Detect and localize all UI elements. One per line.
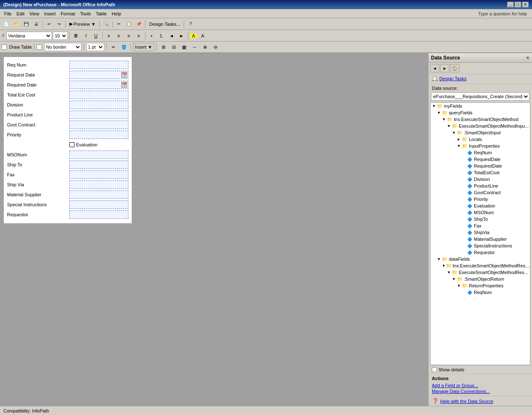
tree-item-msonum[interactable]: 🔷 MSONum: [431, 209, 530, 216]
menu-edit[interactable]: Edit: [14, 10, 27, 17]
tree-item-smartobj-input[interactable]: ▼ 📁 :SmartObjectInput: [431, 129, 530, 136]
required-date-icon[interactable]: 📅: [121, 82, 127, 88]
request-date-input[interactable]: 📅: [69, 71, 128, 79]
tree-item-evaluation[interactable]: 🔷 Evaluation: [431, 203, 530, 209]
italic-btn[interactable]: I: [81, 31, 91, 40]
requestor-input[interactable]: [69, 210, 128, 219]
maximize-btn[interactable]: □: [515, 2, 521, 7]
table-expand-btn[interactable]: ⊕: [200, 42, 209, 52]
tree-item-execute-result[interactable]: ▼ 📁 ExecuteSmartObjectMethodRes...: [431, 269, 530, 276]
print-btn[interactable]: 🖨: [32, 20, 41, 29]
draw-table-cb[interactable]: [2, 44, 7, 50]
copy-btn[interactable]: 📋: [124, 20, 133, 29]
toggle-smartobj-return[interactable]: ▼: [451, 277, 456, 282]
govt-contract-input[interactable]: [69, 121, 128, 129]
merge-cells-btn[interactable]: ⊞: [159, 42, 168, 52]
paste-btn[interactable]: 📌: [134, 20, 143, 29]
undo-btn[interactable]: ↩: [44, 20, 54, 29]
add-field-link[interactable]: Add a Field or Group...: [432, 383, 529, 388]
table-auto-btn[interactable]: ↔: [190, 42, 199, 52]
tree-item-tns-execute[interactable]: ▼ 📁 tns:ExecuteSmartObjectMethod: [431, 116, 530, 123]
minimize-btn[interactable]: _: [507, 2, 514, 7]
fax-input[interactable]: [69, 170, 128, 179]
panel-close-btn[interactable]: ✕: [526, 55, 530, 61]
special-instructions-input[interactable]: [69, 200, 128, 209]
numbering-btn[interactable]: 1.: [157, 31, 166, 40]
toggle-returnprops[interactable]: ▼: [456, 283, 461, 288]
tree-item-reqnum[interactable]: 🔷 ReqNum: [431, 149, 530, 156]
show-details-checkbox[interactable]: [432, 367, 437, 372]
align-left-btn[interactable]: ≡: [104, 31, 113, 40]
menu-format[interactable]: Format: [58, 10, 78, 17]
tree-item-return-reqnum[interactable]: 🔷 ReqNum: [431, 289, 530, 296]
tree-item-execute-input[interactable]: ▼ 📁 ExecuteSmartObjectMethodInpu...: [431, 123, 530, 129]
req-num-input[interactable]: [69, 61, 128, 69]
required-date-input[interactable]: 📅: [69, 81, 128, 89]
evaluation-checkbox[interactable]: [69, 142, 74, 147]
tree-item-locals[interactable]: ► 📁 Locals: [431, 136, 530, 143]
toggle-queryfields[interactable]: ▼: [436, 110, 441, 115]
toggle-execute-input[interactable]: ▼: [446, 124, 451, 128]
split-cells-btn[interactable]: ⊟: [169, 42, 178, 52]
tree-item-smartobj-return[interactable]: ▼ 📁 :SmartObjectReturn: [431, 276, 530, 282]
tree-item-priority[interactable]: 🔷 Priority: [431, 196, 530, 203]
open-btn[interactable]: 📂: [12, 20, 21, 29]
align-justify-btn[interactable]: ≡: [134, 31, 143, 40]
tree-item-shipvia[interactable]: 🔷 ShipVia: [431, 229, 530, 236]
tree-item-inputprops[interactable]: ▼ 📁 InputProperties: [431, 143, 530, 149]
total-est-cost-input[interactable]: [69, 91, 128, 99]
toggle-locals[interactable]: ►: [456, 137, 461, 142]
division-input[interactable]: [69, 101, 128, 109]
toggle-inputprops[interactable]: ▼: [456, 143, 461, 148]
search-btn[interactable]: 🔍: [101, 20, 111, 29]
ship-to-input[interactable]: [69, 161, 128, 169]
menu-view[interactable]: View: [27, 10, 42, 17]
menu-insert[interactable]: Insert: [42, 10, 58, 17]
font-selector[interactable]: Verdana: [6, 32, 52, 40]
toggle-datafields[interactable]: ▼: [436, 257, 441, 262]
ship-via-input[interactable]: [69, 180, 128, 189]
preview-btn[interactable]: ▶ Preview ▼: [67, 20, 98, 29]
request-date-icon[interactable]: 📅: [121, 72, 127, 78]
menu-table[interactable]: Table: [93, 10, 109, 17]
tree-item-returnprops[interactable]: ▼ 📁 ReturnProperties: [431, 282, 530, 289]
tree-item-totalestcost[interactable]: 🔷 TotalEstCost: [431, 169, 530, 176]
align-right-btn[interactable]: ≡: [124, 31, 133, 40]
title-bar-controls[interactable]: _ □ ✕: [507, 2, 529, 7]
tree-item-specialinstructions[interactable]: 🔷 SpecialInstructions: [431, 242, 530, 249]
panel-fwd-btn[interactable]: ►: [440, 64, 449, 72]
underline-btn[interactable]: U: [91, 31, 101, 40]
size-selector[interactable]: 10: [53, 32, 68, 40]
toggle-tns-result[interactable]: ▼: [441, 263, 446, 268]
close-btn[interactable]: ✕: [522, 2, 529, 7]
product-line-input[interactable]: [69, 111, 128, 119]
tree-item-tns-result[interactable]: ▼ 📁 tns:ExecuteSmartObjectMethodRes...: [431, 262, 530, 269]
design-tasks-link[interactable]: 📋 Design Tasks: [429, 74, 532, 83]
menu-help[interactable]: Help: [109, 10, 124, 17]
tree-item-requireddate[interactable]: 🔷 RequiredDate: [431, 163, 530, 169]
indent-decrease-btn[interactable]: ◄: [167, 31, 176, 40]
help-btn[interactable]: ?: [186, 20, 195, 29]
redo-btn[interactable]: ↪: [54, 20, 64, 29]
tree-item-myfields[interactable]: ▼ 📁 myFields: [431, 103, 530, 109]
menu-tools[interactable]: Tools: [78, 10, 94, 17]
toggle-tns-execute[interactable]: ▼: [441, 117, 446, 122]
tree-item-govtcontract[interactable]: 🔷 GovtContract: [431, 189, 530, 196]
toggle-execute-result[interactable]: ▼: [446, 270, 451, 275]
data-source-select[interactable]: ePurchase___Requisitions_Create (Seconda…: [431, 92, 530, 101]
material-supplier-input[interactable]: [69, 190, 128, 199]
tree-item-division[interactable]: 🔷 Division: [431, 176, 530, 183]
manage-data-link[interactable]: Manage Data Connections...: [432, 388, 529, 394]
align-center-btn[interactable]: ≡: [114, 31, 123, 40]
cut-btn[interactable]: ✂: [114, 20, 123, 29]
panel-home-btn[interactable]: 🏠: [450, 64, 459, 72]
bold-btn[interactable]: B: [71, 31, 81, 40]
no-border-cb[interactable]: [37, 44, 42, 50]
tree-item-queryfields[interactable]: ▼ 📁 queryFields: [431, 109, 530, 116]
priority-input[interactable]: [69, 131, 128, 139]
insert-btn[interactable]: Insert ▼: [133, 43, 154, 51]
toggle-myfields[interactable]: ▼: [431, 104, 436, 109]
new-btn[interactable]: 📄: [2, 20, 11, 29]
pen-color-btn[interactable]: ✏: [109, 42, 118, 52]
tree-item-fax[interactable]: 🔷 Fax: [431, 222, 530, 229]
